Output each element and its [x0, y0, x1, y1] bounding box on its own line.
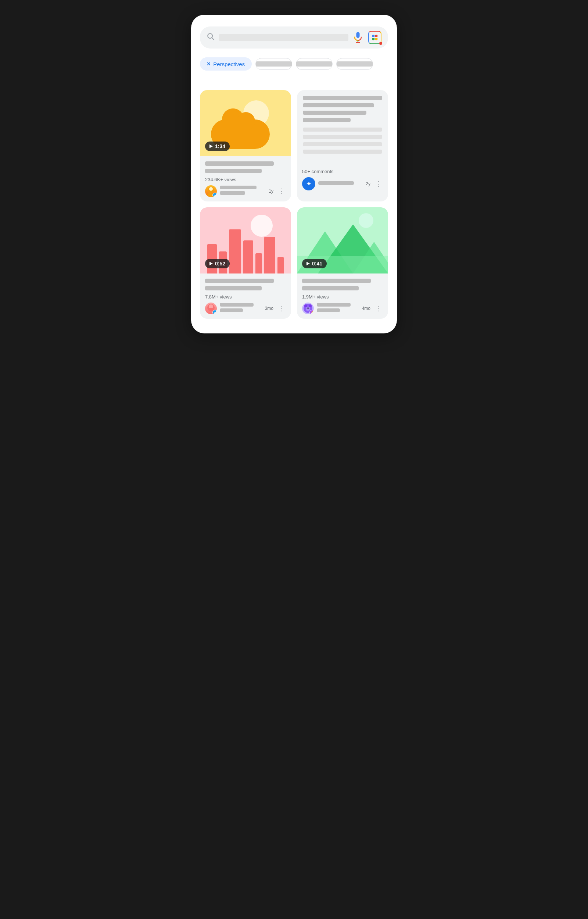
card-stats-4: 1.9M+ views — [302, 294, 383, 300]
card-body-4: 1.9M+ views ⚡ — [297, 273, 388, 319]
footer-line-2a — [318, 181, 354, 185]
avatar-4: ⚡ — [302, 302, 314, 314]
avatar-1: ♥ — [205, 185, 217, 197]
card-time-4: 4mo — [362, 306, 370, 311]
svg-point-20 — [306, 307, 310, 311]
duration-text-3: 0:52 — [215, 261, 225, 266]
card-footer-2: ✦ 2y ⋮ — [302, 177, 383, 191]
card-title-line-4b — [302, 286, 359, 291]
chip-perspectives[interactable]: × Perspectives — [200, 57, 252, 71]
card-video-pink[interactable]: 0:52 7.8M+ views ♥ — [200, 207, 291, 319]
tc-line-7 — [303, 142, 382, 146]
footer-line-3a — [220, 303, 254, 307]
svg-rect-2 — [356, 32, 359, 38]
card-time-2: 2y — [366, 181, 370, 186]
filter-chips-row: × Perspectives — [200, 57, 388, 71]
svg-point-19 — [309, 304, 312, 307]
duration-text-4: 0:41 — [312, 261, 322, 266]
lens-dot — [379, 42, 382, 45]
chip-4-placeholder — [337, 61, 373, 66]
svg-point-9 — [209, 187, 213, 191]
card-text-comments[interactable]: 50+ comments ✦ 2y ⋮ — [297, 90, 388, 202]
card-body-2: 50+ comments ✦ 2y ⋮ — [297, 160, 388, 195]
tc-line-4 — [303, 118, 351, 122]
svg-rect-6 — [372, 38, 375, 40]
search-bar[interactable] — [200, 26, 388, 48]
svg-point-21 — [307, 308, 308, 309]
footer-text-1 — [220, 186, 266, 197]
svg-rect-7 — [375, 38, 377, 40]
building-4 — [243, 241, 253, 273]
card-video-green[interactable]: 0:41 1.9M+ views — [297, 207, 388, 319]
svg-line-1 — [212, 38, 214, 40]
more-button-3[interactable]: ⋮ — [276, 304, 286, 313]
cards-grid: 1:34 234.6K+ views ♥ — [200, 90, 388, 319]
svg-rect-5 — [375, 35, 377, 37]
more-button-4[interactable]: ⋮ — [373, 304, 383, 313]
star-icon: ✦ — [306, 180, 312, 188]
card-stats-3: 7.8M+ views — [205, 294, 286, 300]
more-button-2[interactable]: ⋮ — [373, 179, 383, 189]
more-button-1[interactable]: ⋮ — [276, 186, 286, 196]
card-body-3: 7.8M+ views ♥ — [200, 273, 291, 319]
search-input[interactable] — [219, 34, 348, 41]
chip-3-placeholder — [296, 61, 332, 66]
card-title-line-3a — [205, 279, 274, 283]
video-duration-badge-1: 1:34 — [205, 142, 230, 151]
divider — [200, 81, 388, 81]
card-video-yellow[interactable]: 1:34 234.6K+ views ♥ — [200, 90, 291, 202]
footer-line-4a — [317, 303, 351, 307]
card-thumbnail-green: 0:41 — [297, 207, 388, 273]
card-title-line-1a — [205, 162, 274, 166]
search-right-icons — [353, 31, 381, 44]
duration-text-1: 1:34 — [215, 143, 225, 149]
chip-perspectives-label: Perspectives — [213, 61, 245, 67]
play-icon-1 — [210, 144, 213, 148]
card-footer-1: ♥ 1y ⋮ — [205, 185, 286, 197]
building-6 — [264, 237, 275, 273]
tc-line-8 — [303, 150, 382, 153]
card-thumbnail-pink: 0:52 — [200, 207, 291, 273]
card-text-lines — [297, 90, 388, 160]
footer-line-1b — [220, 191, 245, 195]
chip-2[interactable] — [255, 58, 292, 70]
footer-text-3 — [220, 303, 262, 314]
footer-line-1a — [220, 186, 257, 189]
chip-3[interactable] — [296, 58, 333, 70]
card-footer-4: ⚡ 4mo ⋮ — [302, 302, 383, 314]
footer-text-2 — [318, 181, 363, 187]
card-title-line-3b — [205, 286, 262, 291]
microphone-icon[interactable] — [353, 32, 363, 44]
building-3 — [229, 229, 241, 273]
svg-rect-4 — [372, 35, 375, 37]
search-icon — [207, 32, 215, 43]
card-thumbnail-yellow: 1:34 — [200, 90, 291, 156]
svg-point-22 — [309, 308, 309, 309]
card-stats-1: 234.6K+ views — [205, 177, 286, 183]
footer-line-3b — [220, 308, 243, 312]
card-time-3: 3mo — [265, 306, 273, 311]
card-body-1: 234.6K+ views ♥ — [200, 156, 291, 202]
video-duration-badge-4: 0:41 — [302, 259, 327, 268]
avatar-blue-star: ✦ — [302, 177, 315, 191]
phone-container: × Perspectives 1:34 — [191, 15, 397, 333]
tc-line-1 — [303, 96, 382, 100]
avatar-badge-heart-3: ♥ — [212, 310, 217, 314]
chip-4[interactable] — [336, 58, 373, 70]
tc-line-5 — [303, 128, 382, 132]
footer-text-4 — [317, 303, 359, 314]
building-5 — [255, 253, 262, 273]
card-stats-2: 50+ comments — [302, 169, 383, 174]
tc-line-3 — [303, 111, 367, 115]
svg-point-18 — [304, 304, 307, 307]
google-lens-icon[interactable] — [368, 31, 381, 44]
close-chip-icon[interactable]: × — [207, 61, 210, 67]
play-icon-4 — [307, 262, 310, 265]
building-7 — [278, 257, 284, 273]
video-duration-badge-3: 0:52 — [205, 259, 230, 268]
tc-line-2 — [303, 103, 374, 107]
card-footer-3: ♥ 3mo ⋮ — [205, 302, 286, 314]
tc-line-6 — [303, 135, 382, 139]
card-time-1: 1y — [269, 189, 273, 194]
card-title-line-4a — [302, 279, 371, 283]
